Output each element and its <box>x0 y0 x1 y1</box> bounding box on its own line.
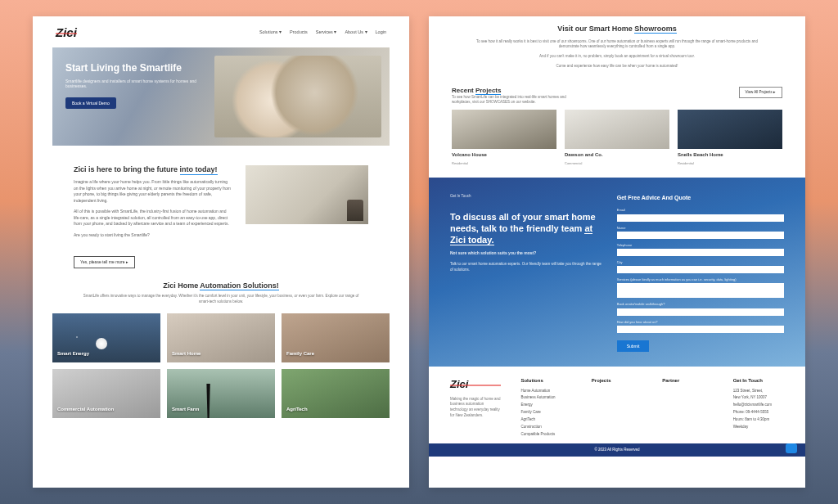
showrooms-p2: And if you can't make it in, no problem,… <box>470 54 764 60</box>
intro-p1: Imagine a life where your home helps you… <box>74 179 232 204</box>
footer-about: Making the magic of home and business au… <box>450 397 501 419</box>
form-title: Get Free Advice And Quote <box>617 194 784 201</box>
nav-login[interactable]: Login <box>376 29 386 35</box>
project-card[interactable]: Dawson and Co. Commercial <box>565 110 669 167</box>
showrooms-section: Visit our Smart Home Showrooms To see ho… <box>429 16 805 82</box>
hero-subtitle: Smartlife designers and installers of sm… <box>65 79 205 89</box>
project-card[interactable]: Snells Beach Home Residential <box>678 110 782 167</box>
footer-addr: 123 Street, Street, <box>733 389 784 394</box>
footer-hours: Hours: 8am to 4:30pm <box>733 417 784 422</box>
project-name: Dawson and Co. <box>565 152 669 159</box>
copyright-bar: © 2023 All Rights Reserved <box>429 443 805 457</box>
footer-link[interactable]: Home Automation <box>520 389 571 394</box>
label-hear: How did you hear about us? <box>617 320 784 324</box>
nav-about[interactable]: About Us ▾ <box>345 29 367 35</box>
label-name: Name <box>617 226 784 230</box>
contact-heading: To discuss all of your smart home needs,… <box>450 212 602 245</box>
project-meta: Residential <box>452 161 468 165</box>
view-all-projects-button[interactable]: View All Projects ▸ <box>739 87 782 98</box>
card-smart-energy[interactable]: Smart Energy <box>52 313 160 362</box>
input-services[interactable] <box>617 283 784 298</box>
footer-link[interactable]: AgriTech <box>520 417 571 422</box>
solutions-grid: Smart Energy Smart Home Family Care Comm… <box>33 313 409 426</box>
card-commercial[interactable]: Commercial Automation <box>52 369 160 418</box>
card-smart-home[interactable]: Smart Home <box>167 313 275 362</box>
card-family-care[interactable]: Family Care <box>282 313 390 362</box>
input-hear[interactable] <box>617 326 784 333</box>
label-city: City <box>617 260 784 264</box>
card-agritech[interactable]: AgriTech <box>282 369 390 418</box>
input-email[interactable] <box>617 214 784 222</box>
label-phone: Telephone <box>617 243 784 247</box>
projects-title: Recent Projects <box>452 87 651 95</box>
footer-link[interactable]: Compatible Products <box>520 432 571 437</box>
read-more-button[interactable]: Yes, please tell me more ▸ <box>74 256 135 268</box>
top-nav: Zici Solutions ▾ Products Services ▾ Abo… <box>33 16 409 47</box>
project-thumb <box>678 110 782 149</box>
project-thumb <box>452 110 556 149</box>
project-card[interactable]: Volcano House Residential <box>452 110 556 167</box>
submit-button[interactable]: Submit <box>617 340 650 352</box>
project-thumb <box>565 110 669 149</box>
input-phone[interactable] <box>617 249 784 256</box>
label-email: Email <box>617 208 784 212</box>
intro-p3: Are you ready to start living the Smartl… <box>74 232 232 239</box>
project-name: Snells Beach Home <box>678 152 782 159</box>
input-city[interactable] <box>617 266 784 273</box>
solutions-subtitle: SmartLife offers innovative ways to mana… <box>82 294 360 305</box>
project-meta: Commercial <box>565 161 582 165</box>
showrooms-p1: To see how it all really works it is bes… <box>470 39 764 51</box>
footer-link[interactable]: Business Automation <box>520 395 571 400</box>
intro-p2: All of this is possible with SmartLife, … <box>74 209 232 227</box>
footer-addr: New York, NY 10007 <box>733 395 784 400</box>
footer-link[interactable]: Energy <box>520 403 571 407</box>
intro-section: Zici is here to bring the future into to… <box>33 157 409 257</box>
contact-eyebrow: Get In Touch <box>450 194 602 199</box>
hero-image <box>214 56 381 137</box>
footer-link[interactable]: Family Care <box>520 410 571 415</box>
footer-col-projects: Projects <box>592 378 642 385</box>
contact-section: Get In Touch To discuss all of your smar… <box>429 178 805 366</box>
intro-image <box>246 165 368 224</box>
footer-logo[interactable]: Zici <box>450 378 501 392</box>
footer-col-touch: Get In Touch <box>733 378 784 385</box>
projects-subtitle: To see how SmartLife can be integrated i… <box>452 95 571 105</box>
hero-title: Start Living the Smartlife <box>65 62 237 74</box>
brand-logo[interactable]: Zici <box>56 25 77 41</box>
showrooms-cta: Come and experience how easy life can be… <box>470 64 764 70</box>
project-name: Volcano House <box>452 152 556 159</box>
homepage-top: Zici Solutions ▾ Products Services ▾ Abo… <box>33 16 409 488</box>
projects-section: Recent Projects To see how SmartLife can… <box>429 82 805 175</box>
solutions-title: Zici Home Automation Solutions! <box>33 281 409 291</box>
footer-col-solutions: Solutions <box>520 378 571 385</box>
nav-products[interactable]: Products <box>290 29 308 35</box>
project-meta: Residential <box>678 161 694 165</box>
showrooms-title: Visit our Smart Home Showrooms <box>470 25 764 34</box>
footer-phone[interactable]: Phone: 09-4444-5555 <box>733 410 784 415</box>
footer-hours: Weekday <box>733 425 784 430</box>
label-services: Services (please kindly as much informat… <box>617 277 784 281</box>
footer-link[interactable]: Construction <box>520 425 571 430</box>
nav-menu: Solutions ▾ Products Services ▾ About Us… <box>259 29 386 35</box>
contact-sub1: Not sure which solution suits you the mo… <box>450 250 536 255</box>
input-name[interactable] <box>617 232 784 239</box>
hero-cta-button[interactable]: Book a Virtual Demo <box>65 97 116 110</box>
intro-heading: Zici is here to bring the future into to… <box>74 165 232 175</box>
card-smart-farm[interactable]: Smart Farm <box>167 369 275 418</box>
homepage-bottom: Visit our Smart Home Showrooms To see ho… <box>429 16 805 488</box>
label-consult: Book onsite/mobile walkthrough? <box>617 302 784 306</box>
nav-solutions[interactable]: Solutions ▾ <box>259 29 282 35</box>
footer: Zici Making the magic of home and busine… <box>429 367 805 444</box>
contact-sub2: Talk to our smart home automation expert… <box>450 262 602 273</box>
input-consult[interactable] <box>617 308 784 316</box>
nav-services[interactable]: Services ▾ <box>316 29 337 35</box>
footer-col-partner: Partner <box>662 378 713 385</box>
chat-icon[interactable] <box>786 443 797 453</box>
footer-email[interactable]: hello@zicismartlife.com <box>733 403 784 407</box>
hero-banner: Start Living the Smartlife Smartlife des… <box>52 47 390 146</box>
